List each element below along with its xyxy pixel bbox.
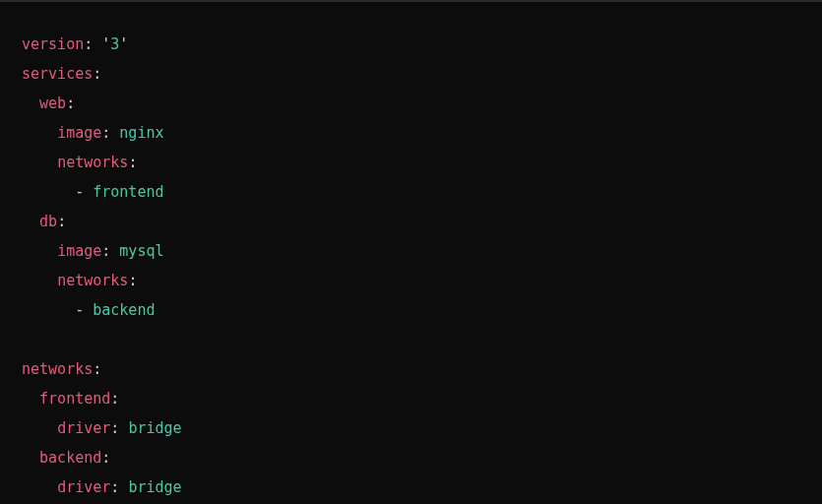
- key-web-networks: networks: [57, 154, 128, 171]
- key-services: services: [22, 65, 93, 83]
- line-14: backend:: [22, 449, 110, 467]
- colon: :: [110, 419, 119, 437]
- line-blank: [22, 331, 31, 348]
- key-db-image: image: [57, 242, 101, 260]
- key-backend: backend: [39, 449, 101, 467]
- key-frontend-driver: driver: [57, 419, 110, 437]
- colon: :: [101, 449, 110, 467]
- key-networks: networks: [22, 360, 93, 378]
- value-version: 3: [110, 35, 119, 53]
- colon: :: [110, 478, 119, 496]
- key-version: version: [22, 35, 84, 53]
- value-web-network-item: frontend: [93, 183, 163, 201]
- line-6: - frontend: [22, 183, 164, 201]
- line-2: services:: [22, 65, 101, 83]
- colon: :: [101, 242, 110, 260]
- line-3: web:: [22, 94, 75, 112]
- key-frontend: frontend: [39, 390, 110, 408]
- line-5: networks:: [22, 154, 137, 171]
- colon: :: [101, 124, 110, 142]
- line-13: driver: bridge: [22, 419, 182, 437]
- line-8: image: mysql: [22, 242, 164, 260]
- colon: :: [84, 35, 93, 53]
- line-4: image: nginx: [22, 124, 164, 142]
- value-frontend-driver: bridge: [128, 419, 181, 437]
- line-7: db:: [22, 213, 66, 230]
- value-backend-driver: bridge: [128, 478, 181, 496]
- key-db: db: [39, 213, 57, 230]
- line-15: driver: bridge: [22, 478, 182, 496]
- key-web-image: image: [57, 124, 101, 142]
- line-10: - backend: [22, 301, 155, 319]
- colon: :: [93, 360, 101, 378]
- code-editor-pane[interactable]: version: '3' services: web: image: nginx…: [0, 0, 822, 504]
- colon: :: [93, 65, 101, 83]
- key-db-networks: networks: [57, 272, 128, 289]
- key-backend-driver: driver: [57, 478, 110, 496]
- dash: -: [75, 301, 84, 319]
- line-11: networks:: [22, 360, 101, 378]
- colon: :: [110, 390, 119, 408]
- line-9: networks:: [22, 272, 137, 289]
- colon: :: [66, 94, 75, 112]
- quote: ': [119, 35, 128, 53]
- line-12: frontend:: [22, 390, 119, 408]
- colon: :: [128, 154, 137, 171]
- value-db-image: mysql: [119, 242, 163, 260]
- colon: :: [57, 213, 66, 230]
- yaml-code-block[interactable]: version: '3' services: web: image: nginx…: [0, 2, 822, 502]
- key-web: web: [39, 94, 66, 112]
- value-db-network-item: backend: [93, 301, 155, 319]
- colon: :: [128, 272, 137, 289]
- dash: -: [75, 183, 84, 201]
- quote: ': [101, 35, 110, 53]
- value-web-image: nginx: [119, 124, 163, 142]
- line-1: version: '3': [22, 35, 128, 53]
